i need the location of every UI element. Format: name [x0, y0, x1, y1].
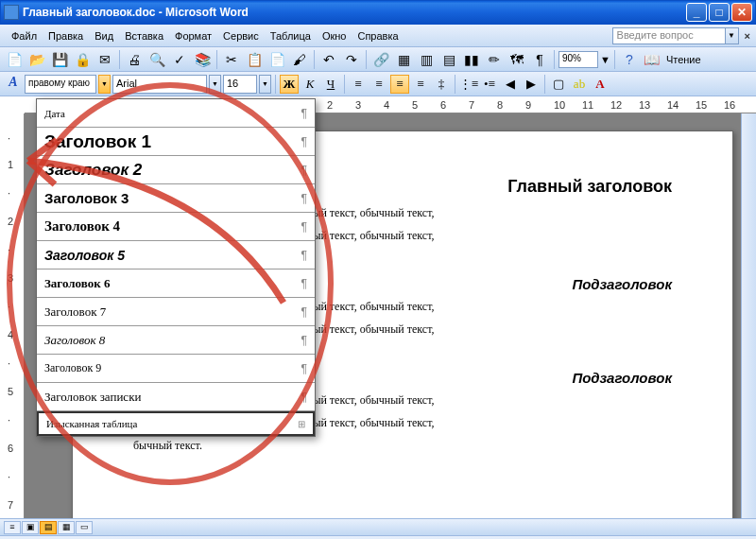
reading-label[interactable]: Чтение: [666, 54, 701, 65]
excel-icon[interactable]: ▤: [438, 49, 459, 70]
highlight-icon[interactable]: ab: [570, 75, 589, 94]
outdent-icon[interactable]: ◀: [501, 75, 520, 94]
window-title: Главный заголовок.doc - Microsoft Word: [23, 6, 686, 19]
status-bar: Стр. 1 Разд 1 1/1 На 2,4см Ст 1 Кол 1 ЗА…: [0, 535, 756, 539]
outline-view-button[interactable]: ▦: [58, 521, 75, 534]
doc-close-button[interactable]: ×: [745, 30, 750, 42]
menu-help[interactable]: Справка: [352, 27, 404, 44]
research-icon[interactable]: 📚: [192, 49, 213, 70]
formatting-toolbar: A правому краю ▼ Arial ▼ 16 ▼ Ж К Ч ≡ ≡ …: [0, 72, 756, 96]
style-dropdown-list[interactable]: Дата¶ Заголовок 1¶ Заголовок 2¶ Заголово…: [36, 98, 316, 437]
new-icon[interactable]: 📄: [4, 49, 25, 70]
italic-button[interactable]: К: [301, 75, 319, 94]
menu-window[interactable]: Окно: [317, 27, 352, 44]
font-dropdown[interactable]: ▼: [209, 75, 221, 94]
style-item-date[interactable]: Дата¶: [37, 99, 315, 128]
title-bar: Главный заголовок.doc - Microsoft Word _…: [0, 0, 756, 25]
style-item-heading5[interactable]: Заголовок 5¶: [37, 241, 315, 270]
standard-toolbar: 📄 📂 💾 🔒 ✉ 🖨 🔍 ✓ 📚 ✂ 📋 📄 🖌 ↶ ↷ 🔗 ▦ ▥ ▤ ▮▮…: [0, 47, 756, 72]
style-item-refined-table[interactable]: Изысканная таблица⊞: [37, 411, 315, 436]
minimize-button[interactable]: _: [686, 3, 707, 22]
vertical-ruler[interactable]: ·1 ·2 ·3 ·4 ·5 ·6 ·7: [0, 113, 25, 518]
paste-icon[interactable]: 📄: [266, 49, 287, 70]
font-selector[interactable]: Arial: [112, 75, 207, 94]
menu-bar: Файл Правка Вид Вставка Формат Сервис Та…: [0, 25, 756, 47]
permission-icon[interactable]: 🔒: [72, 49, 93, 70]
web-view-button[interactable]: ▣: [22, 521, 39, 534]
style-item-heading8[interactable]: Заголовок 8¶: [37, 326, 315, 355]
save-icon[interactable]: 💾: [49, 49, 70, 70]
help-search-input[interactable]: Введите вопрос: [612, 27, 726, 44]
redo-icon[interactable]: ↷: [341, 49, 362, 70]
borders-icon[interactable]: ▢: [549, 75, 568, 94]
style-item-heading7[interactable]: Заголовок 7¶: [37, 298, 315, 326]
style-selector[interactable]: правому краю: [25, 75, 96, 94]
word-icon: [4, 5, 19, 20]
style-item-heading4[interactable]: Заголовок 4¶: [37, 213, 315, 241]
close-button[interactable]: ✕: [731, 3, 752, 22]
menu-table[interactable]: Таблица: [265, 27, 317, 44]
align-left-icon[interactable]: ≡: [349, 75, 368, 94]
bold-button[interactable]: Ж: [280, 75, 299, 94]
docmap-icon[interactable]: 🗺: [507, 49, 527, 70]
drawing-icon[interactable]: ✏: [484, 49, 505, 70]
normal-view-button[interactable]: ≡: [4, 521, 21, 534]
maximize-button[interactable]: □: [709, 3, 730, 22]
underline-button[interactable]: Ч: [321, 75, 340, 94]
menu-view[interactable]: Вид: [89, 27, 119, 44]
open-icon[interactable]: 📂: [26, 49, 47, 70]
size-dropdown[interactable]: ▼: [259, 75, 271, 94]
linespacing-icon[interactable]: ‡: [432, 75, 451, 94]
zoom-input[interactable]: 90%: [558, 51, 598, 68]
size-selector[interactable]: 16: [223, 75, 257, 94]
font-color-icon[interactable]: A: [591, 75, 610, 94]
pilcrow-icon[interactable]: ¶: [529, 49, 550, 70]
vertical-scrollbar[interactable]: [741, 113, 756, 518]
reading-icon[interactable]: 📖: [642, 49, 662, 70]
tables-borders-icon[interactable]: ▦: [393, 49, 414, 70]
style-item-heading9[interactable]: Заголовок 9¶: [37, 355, 315, 383]
style-item-heading3[interactable]: Заголовок 3¶: [37, 184, 315, 213]
doc-paragraph[interactable]: бычный текст.: [133, 437, 672, 454]
align-right-icon[interactable]: ≡: [390, 75, 409, 94]
style-item-heading2[interactable]: Заголовок 2¶: [37, 156, 315, 184]
numbered-list-icon[interactable]: ⋮≡: [459, 75, 478, 94]
undo-icon[interactable]: ↶: [318, 49, 339, 70]
print-view-button[interactable]: ▤: [40, 521, 57, 534]
style-dropdown[interactable]: ▼: [98, 75, 111, 94]
view-buttons-bar: ≡ ▣ ▤ ▦ ▭: [0, 518, 756, 535]
reading-view-button[interactable]: ▭: [76, 521, 93, 534]
insert-table-icon[interactable]: ▥: [416, 49, 437, 70]
format-painter-icon[interactable]: 🖌: [289, 49, 310, 70]
help-dropdown[interactable]: ▼: [726, 27, 739, 44]
zoom-dropdown[interactable]: ▼: [600, 54, 610, 65]
columns-icon[interactable]: ▮▮: [461, 49, 482, 70]
indent-icon[interactable]: ▶: [522, 75, 541, 94]
cut-icon[interactable]: ✂: [221, 49, 242, 70]
bullet-list-icon[interactable]: •≡: [480, 75, 499, 94]
spell-icon[interactable]: ✓: [169, 49, 190, 70]
menu-insert[interactable]: Вставка: [119, 27, 169, 44]
print-icon[interactable]: 🖨: [124, 49, 145, 70]
style-item-heading6[interactable]: Заголовок 6¶: [37, 270, 315, 298]
menu-tools[interactable]: Сервис: [217, 27, 265, 44]
style-item-heading1[interactable]: Заголовок 1¶: [37, 128, 315, 156]
menu-edit[interactable]: Правка: [43, 27, 89, 44]
align-center-icon[interactable]: ≡: [369, 75, 388, 94]
style-item-heading-note[interactable]: Заголовок записки¶: [37, 383, 315, 411]
help-icon[interactable]: ?: [619, 49, 640, 70]
mail-icon[interactable]: ✉: [94, 49, 115, 70]
menu-format[interactable]: Формат: [169, 27, 217, 44]
copy-icon[interactable]: 📋: [244, 49, 265, 70]
align-justify-icon[interactable]: ≡: [411, 75, 430, 94]
preview-icon[interactable]: 🔍: [146, 49, 167, 70]
styles-pane-icon[interactable]: A: [4, 75, 23, 94]
menu-file[interactable]: Файл: [6, 27, 43, 44]
link-icon[interactable]: 🔗: [370, 49, 391, 70]
